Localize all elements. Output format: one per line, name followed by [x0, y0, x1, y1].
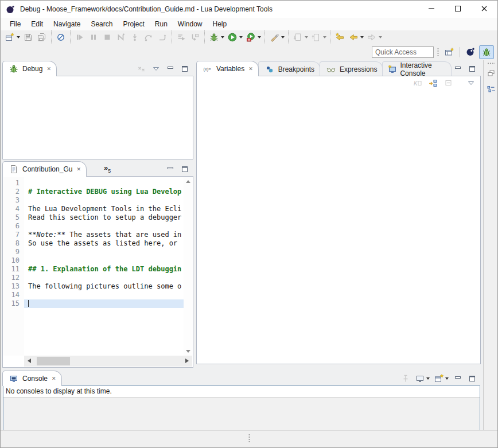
console-tab-close-icon[interactable]: ✕	[52, 376, 56, 381]
tab-debug-close-icon[interactable]: ✕	[46, 67, 51, 72]
scroll-down-icon[interactable]	[186, 350, 190, 353]
tab-breakpoints[interactable]: Breakpoints	[258, 61, 320, 76]
last-edit-location-icon-button[interactable]	[333, 32, 347, 43]
tab-debug[interactable]: Debug ✕	[2, 61, 57, 76]
window-maximize-button[interactable]	[445, 1, 471, 18]
tab-console[interactable]: Console ✕	[2, 371, 62, 386]
coverage-icon	[245, 32, 256, 43]
tab-label: Interactive Console	[400, 61, 446, 77]
window-minimize-button[interactable]	[418, 1, 445, 18]
more-editors-chevron[interactable]: »5	[104, 163, 111, 174]
variables-content: K	[196, 76, 481, 364]
view-menu-icon-button[interactable]	[464, 77, 478, 89]
scroll-right-icon[interactable]	[185, 359, 189, 363]
tab-expressions[interactable]: Expressions	[320, 61, 383, 76]
tab-editor-contribution-guide[interactable]: Contribution_Gu ✕	[2, 161, 87, 177]
panel-max-icon-button[interactable]	[178, 165, 191, 174]
skip-all-breakpoints-icon-button[interactable]	[54, 32, 68, 43]
dropdown-caret-icon[interactable]	[239, 36, 243, 38]
tab-variables[interactable]: (x)=Variables✕	[196, 61, 259, 76]
external-tools-icon-button[interactable]	[267, 32, 286, 43]
restore-views-icon-button[interactable]	[484, 68, 498, 79]
menu-item-edit[interactable]: Edit	[26, 18, 48, 30]
scroll-up-icon[interactable]	[186, 180, 190, 183]
suspend-icon-button	[87, 32, 100, 43]
menu-item-window[interactable]: Window	[173, 18, 208, 30]
panel-max-icon	[467, 374, 477, 383]
window-close-button[interactable]	[471, 1, 497, 18]
editor-tab-close-icon[interactable]: ✕	[76, 167, 81, 172]
tab-interactive-console[interactable]: Interactive Console	[382, 61, 452, 76]
debug-icon	[208, 32, 220, 43]
statusbar-drag-handle[interactable]	[248, 434, 250, 442]
dropdown-caret-icon[interactable]	[323, 36, 326, 38]
scrollbar-thumb[interactable]	[37, 357, 70, 365]
line-number: 13	[3, 282, 24, 291]
editor-horizontal-scrollbar[interactable]	[24, 356, 192, 367]
console-icon	[8, 373, 20, 384]
new-wizard-icon-button[interactable]	[3, 32, 21, 43]
dropdown-caret-icon[interactable]	[445, 377, 449, 380]
save-all-icon	[36, 32, 48, 43]
dropdown-caret-icon[interactable]	[379, 36, 382, 38]
dropdown-caret-icon[interactable]	[426, 377, 430, 380]
coverage-icon-button[interactable]	[244, 32, 262, 43]
debug-view-header: Debug ✕	[2, 61, 193, 76]
back-icon-button[interactable]	[347, 32, 365, 43]
pin-console-icon-button	[399, 374, 412, 383]
panel-max-icon-button[interactable]	[178, 64, 191, 73]
tab-close-icon[interactable]: ✕	[248, 67, 253, 72]
dropdown-caret-icon[interactable]	[17, 36, 20, 38]
line-number: 15	[3, 299, 24, 308]
view-menu-icon-button[interactable]	[150, 64, 162, 73]
dropdown-caret-icon[interactable]	[258, 36, 261, 38]
menu-item-help[interactable]: Help	[208, 18, 232, 30]
scroll-left-icon[interactable]	[28, 359, 31, 363]
menu-item-search[interactable]: Search	[85, 18, 118, 30]
toolbar-drag-handle[interactable]	[437, 48, 439, 57]
open-console-icon-button[interactable]	[433, 374, 450, 383]
panel-max-icon-button[interactable]	[466, 374, 478, 383]
title-bar: Debug - Moose_Framework/docs/Contributio…	[1, 1, 497, 18]
disconnect-icon-button	[114, 32, 128, 43]
panel-min-icon	[165, 165, 176, 174]
menu-item-project[interactable]: Project	[118, 18, 149, 30]
line-number: 9	[3, 248, 24, 256]
quick-access-input[interactable]	[372, 46, 434, 58]
save-icon	[22, 32, 34, 43]
show-logical-structures-icon-button[interactable]	[426, 77, 440, 89]
debug-view-toolbar	[135, 64, 193, 76]
line-number: 8	[3, 239, 24, 248]
display-selected-console-icon	[415, 374, 425, 383]
editor-line-6	[24, 222, 184, 231]
step-return-icon	[157, 32, 168, 43]
debug-view-content	[2, 76, 193, 159]
editor-text-area[interactable]: # Interactive DEBUG using Lua DevelopThe…	[24, 177, 184, 356]
menu-item-file[interactable]: File	[5, 18, 26, 30]
panel-max-icon-button[interactable]	[466, 64, 478, 73]
perspective-button-debug[interactable]	[479, 45, 494, 59]
dropdown-caret-icon[interactable]	[281, 36, 285, 38]
panel-min-icon-button[interactable]	[452, 374, 464, 383]
svg-text:K: K	[414, 80, 418, 87]
app-logo-icon	[6, 5, 15, 14]
editor-line-10	[24, 256, 184, 265]
editor-vertical-scrollbar[interactable]	[184, 177, 192, 356]
perspective-button-lua[interactable]	[464, 45, 477, 58]
panel-min-icon-button[interactable]	[452, 64, 464, 73]
display-selected-console-icon-button[interactable]	[414, 374, 431, 383]
dropdown-caret-icon[interactable]	[221, 36, 224, 38]
menu-item-run[interactable]: Run	[150, 18, 173, 30]
open-perspective-button[interactable]	[442, 46, 456, 59]
dropdown-caret-icon[interactable]	[305, 36, 308, 38]
panel-min-icon-button[interactable]	[164, 165, 177, 174]
editor-line-3	[24, 196, 184, 205]
outline-view-icon-button[interactable]	[484, 84, 498, 95]
debug-icon-button[interactable]	[207, 32, 225, 43]
dropdown-caret-icon[interactable]	[360, 36, 364, 38]
trim-drag-handle[interactable]	[487, 63, 495, 64]
show-type-names-icon-button: K	[411, 77, 425, 89]
menu-item-navigate[interactable]: Navigate	[48, 18, 85, 30]
run-icon-button[interactable]	[225, 32, 244, 43]
panel-min-icon-button[interactable]	[164, 64, 177, 73]
